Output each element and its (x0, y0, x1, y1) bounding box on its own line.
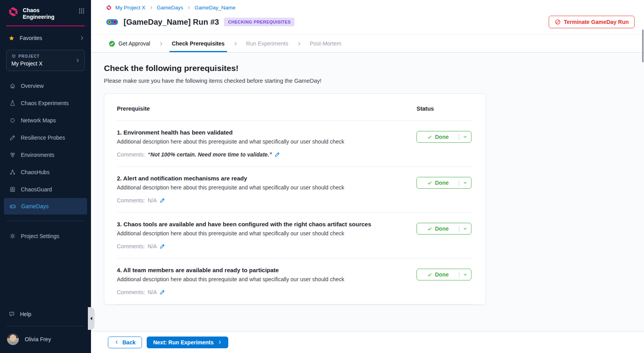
sidebar-divider (6, 221, 85, 221)
status-label: Done (435, 226, 449, 232)
breadcrumb-link-gameday-name[interactable]: GameDay_Name (195, 5, 235, 11)
prerequisite-title: 4. All team members are available and re… (117, 267, 407, 273)
prerequisite-description: Additional description here about this p… (117, 138, 407, 145)
prerequisite-title: 1. Environment health has been validated (117, 129, 407, 136)
main-area: My Project X GameDays GameDay_Name [Game… (91, 0, 644, 353)
comments-row: Comments: N/A (117, 289, 407, 295)
table-row: 2. Alert and notification mechanisms are… (117, 167, 473, 213)
breadcrumb-link-gamedays[interactable]: GameDays (157, 5, 184, 11)
sidebar-item-label: Environments (21, 152, 55, 158)
sidebar-item-label: Chaos Experiments (21, 100, 69, 106)
chevron-right-icon (218, 340, 222, 344)
row-status: Done (417, 221, 473, 235)
status-done-button[interactable]: Done (417, 223, 471, 235)
flask-icon (9, 100, 16, 106)
sidebar-item-resilience-probes[interactable]: Resilience Probes (0, 129, 91, 146)
chevron-right-icon (75, 58, 80, 63)
sidebar-item-label: ChaosHubs (21, 169, 49, 175)
status-done-button[interactable]: Done (417, 131, 471, 143)
chevron-right-icon (158, 41, 164, 46)
sidebar-item-chaosguard[interactable]: ChaosGuard (0, 181, 91, 198)
chevron-right-icon (149, 5, 153, 10)
lock-icon (9, 186, 16, 193)
edit-pencil-icon[interactable] (160, 289, 165, 295)
status-label: Done (435, 271, 449, 278)
sidebar-collapse-handle[interactable] (88, 307, 95, 330)
check-icon (427, 272, 432, 277)
comments-value: N/A (148, 197, 157, 204)
status-done-button[interactable]: Done (417, 177, 471, 189)
chaos-module-icon (106, 5, 112, 11)
probe-icon (9, 135, 16, 141)
row-status: Done (417, 175, 473, 189)
comments-value: “Not 100% certain. Need more time to val… (148, 151, 272, 158)
step-post-mortem[interactable]: Post-Mortem (310, 35, 341, 52)
status-done-button[interactable]: Done (417, 269, 471, 280)
comments-row: Comments: “Not 100% certain. Need more t… (117, 151, 407, 158)
brand-title: Chaos Engineering (23, 6, 75, 20)
chevron-right-icon (297, 41, 302, 46)
user-menu[interactable]: Olivia Frey (0, 330, 91, 349)
favorites-row[interactable]: Favorites (9, 35, 85, 41)
chevron-down-icon[interactable] (459, 135, 471, 139)
table-row: 3. Chaos tools are available and have be… (117, 213, 473, 258)
gamepad-color-icon (106, 18, 118, 26)
sidebar-item-overview[interactable]: Overview (0, 77, 91, 95)
breadcrumb-link-project[interactable]: My Project X (115, 5, 146, 11)
step-label: Post-Mortem (310, 40, 341, 47)
back-label: Back (122, 339, 135, 346)
next-run-experiments-button[interactable]: Next: Run Experiments (147, 337, 228, 348)
sidebar-item-chaoshubs[interactable]: ChaosHubs (0, 164, 91, 181)
step-run-experiments[interactable]: Run Experiments (246, 35, 288, 52)
chevron-left-icon (115, 340, 119, 344)
sidebar-item-label: ChaosGuard (21, 186, 52, 193)
content-subheading: Please make sure you have the following … (104, 78, 644, 84)
cube-icon (11, 54, 16, 58)
network-map-icon (9, 117, 16, 124)
sidebar-divider (6, 326, 85, 326)
prerequisite-description: Additional description here about this p… (117, 276, 407, 282)
step-label: Run Experiments (246, 40, 288, 47)
comments-value: N/A (148, 289, 157, 295)
edit-pencil-icon[interactable] (160, 198, 165, 203)
gamepad-icon (9, 203, 16, 210)
sidebar-item-label: Network Maps (21, 117, 56, 124)
check-icon (427, 135, 432, 140)
sidebar-bottom: ? Help Olivia Frey (0, 307, 91, 353)
sidebar-item-network-maps[interactable]: Network Maps (0, 112, 91, 129)
step-get-approval[interactable]: Get Approval (109, 35, 150, 52)
chevron-down-icon[interactable] (459, 226, 471, 231)
edit-pencil-icon[interactable] (275, 152, 280, 157)
step-label: Get Approval (118, 40, 150, 47)
sidebar-item-gamedays[interactable]: GameDays (4, 198, 87, 215)
project-name: My Project X (11, 60, 75, 67)
comments-value: N/A (148, 243, 157, 249)
prerequisite-title: 2. Alert and notification mechanisms are… (117, 175, 407, 182)
chevron-down-icon[interactable] (459, 180, 471, 185)
help-button[interactable]: ? Help (0, 307, 91, 321)
table-row: 1. Environment health has been validated… (117, 121, 473, 167)
avatar (7, 333, 19, 345)
star-icon (9, 35, 15, 41)
vertical-scrollbar[interactable] (642, 29, 644, 62)
back-button[interactable]: Back (108, 337, 142, 348)
status-label: Done (435, 134, 449, 140)
sidebar: Chaos Engineering Favorites PROJEC (0, 0, 91, 353)
sidebar-item-label: Project Settings (21, 233, 59, 239)
step-check-prerequisites[interactable]: Check Prerequisites (172, 35, 225, 52)
project-selector[interactable]: PROJECT My Project X (6, 50, 85, 71)
edit-pencil-icon[interactable] (160, 244, 165, 249)
help-chat-icon: ? (9, 311, 15, 317)
chevron-down-icon[interactable] (459, 272, 471, 277)
terminate-gameday-button[interactable]: Terminate GameDay Run (549, 16, 635, 28)
row-main: 4. All team members are available and re… (117, 267, 417, 295)
module-grid-icon[interactable] (78, 6, 85, 14)
col-prerequisite: Prerequisite (117, 106, 417, 112)
check-icon (427, 180, 432, 186)
project-eyebrow-label: PROJECT (18, 54, 40, 58)
sidebar-item-environments[interactable]: Environments (0, 146, 91, 164)
sidebar-item-project-settings[interactable]: Project Settings (0, 227, 91, 245)
hub-icon (9, 169, 16, 175)
sidebar-item-chaos-experiments[interactable]: Chaos Experiments (0, 95, 91, 112)
favorites-label: Favorites (20, 35, 42, 41)
